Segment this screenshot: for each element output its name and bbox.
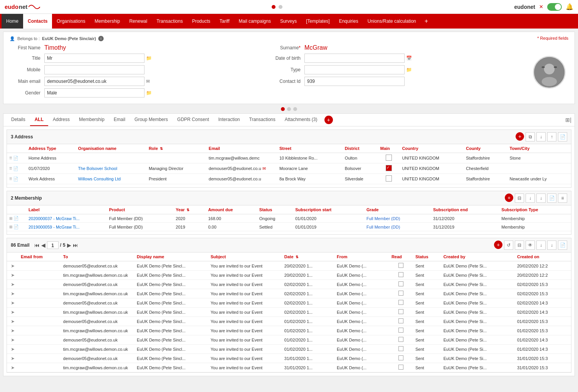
tab-details[interactable]: Details [7,114,30,126]
email-table-row[interactable]: ➤ tim.mcgraw@willows.demon.co.uk EuUK De… [7,289,571,298]
doc-icon[interactable]: 📄 [13,156,18,161]
layout-icon[interactable]: ⊞| [565,117,571,123]
tab-interaction[interactable]: Interaction [214,114,245,126]
email-col-created-on[interactable]: Created on [515,252,571,261]
page-prev-button[interactable]: ◀ [41,242,45,248]
email-col-read[interactable]: Read [389,252,413,261]
first-name-value[interactable]: Timothy [44,44,114,51]
mem-col-label[interactable]: Label [26,205,107,214]
read-checkbox[interactable] [398,355,403,360]
addr-col-type[interactable]: Address Type [26,144,76,153]
email-col-date[interactable]: Date ⇅ [282,252,334,261]
addr-col-org[interactable]: Organisation name [76,144,146,153]
email-read[interactable] [389,261,413,271]
email-col-display[interactable]: Display name [134,252,208,261]
dot-active[interactable] [272,5,276,9]
email-read[interactable] [389,317,413,326]
email-table-row[interactable]: ➤ demouser05@eudonet.co.uk EuUK Demo (Pe… [7,298,571,308]
email-read[interactable] [389,363,413,372]
doc-icon[interactable]: 📄 [13,216,19,221]
tab-membership[interactable]: Membership [74,114,109,126]
nav-renewal[interactable]: Renewal [124,14,152,29]
tab-all[interactable]: ALL [30,114,48,126]
mem-col-sub-start[interactable]: Subscription start [293,205,364,214]
nav-membership[interactable]: Membership [90,14,124,29]
email-col-from[interactable]: Email from [18,252,61,261]
main-check[interactable] [386,165,392,171]
read-checkbox[interactable] [398,291,403,296]
addr-col-email[interactable]: Email [207,144,277,153]
read-checkbox[interactable] [398,365,403,370]
email-import-button[interactable]: ↓ [547,241,556,250]
email-table-row[interactable]: ➤ demouser05@eudonet.co.uk EuUK Demo (Pe… [7,317,571,326]
read-checkbox[interactable] [398,300,403,305]
title-input[interactable]: Mr [44,54,144,63]
calendar-icon[interactable]: 📅 [406,56,412,61]
mem-col-sub-end[interactable]: Subscription end [431,205,499,214]
page-last-button[interactable]: ⏭ [73,242,78,248]
doc-icon[interactable]: 📄 [13,177,18,182]
mem-col-grade[interactable]: Grade [364,205,431,214]
read-checkbox[interactable] [398,346,403,351]
email-cell[interactable]: demouser05@eudonet.co.u ✉ [207,163,277,174]
mobile-input[interactable] [44,65,144,74]
nav-add-button[interactable]: + [421,18,432,25]
addr-col-district[interactable]: District [343,144,378,153]
nav-surveys[interactable]: Surveys [276,14,301,29]
membership-toggle-button[interactable]: ⊟ [515,193,524,203]
type-dropdown-icon[interactable]: 📁 [406,67,412,72]
email-read[interactable] [389,326,413,335]
bell-icon[interactable]: 🔔 [566,3,573,10]
mem-col-sub-type[interactable]: Subscription Type [499,205,571,214]
addr-col-street[interactable]: Street [277,144,343,153]
email-table-row[interactable]: ➤ demouser05@eudonet.co.uk EuUK Demo (Pe… [7,354,571,363]
mem-label[interactable]: 2019000059 - McGraw Ti... [26,223,107,231]
read-checkbox[interactable] [398,328,403,333]
address-export-button[interactable]: ↓ [536,132,546,141]
nav-unions[interactable]: Unions/Rate calculation [363,14,421,29]
org-name[interactable]: The Bolsover School [76,163,146,174]
email-read[interactable] [389,271,413,280]
add-email-button[interactable]: + [494,241,502,249]
email-cell[interactable]: tim.mcgraw@willows.demc [207,153,277,163]
email-send-icon[interactable]: ✉ [146,79,150,84]
email-table-row[interactable]: ➤ tim.mcgraw@willows.demon.co.uk EuUK De… [7,363,571,372]
membership-doc-button[interactable]: 📄 [547,193,556,203]
page-next-button[interactable]: ▶ [67,242,71,248]
address-copy-button[interactable]: ⧉ [526,132,535,141]
addr-col-county[interactable]: County [464,144,507,153]
gender-dropdown-icon[interactable]: 📁 [146,90,152,96]
nav-transactions[interactable]: Transactions [152,14,187,29]
main-checkbox[interactable] [378,153,400,163]
addr-col-role[interactable]: Role ⇅ [146,144,207,153]
address-import-button[interactable]: ↑ [547,132,556,141]
mem-col-year[interactable]: Year ⇅ [173,205,206,214]
read-checkbox[interactable] [398,263,403,268]
read-checkbox[interactable] [398,337,403,342]
nav-mail-campaigns[interactable]: Mail campaigns [234,14,276,29]
nav-products[interactable]: Products [187,14,215,29]
tab-transactions[interactable]: Transactions [245,114,280,126]
email-table-row[interactable]: ➤ demouser05@eudonet.co.uk EuUK Demo (Pe… [7,280,571,289]
doc-icon[interactable]: 📄 [13,224,19,229]
nav-organisations[interactable]: Organisations [52,14,90,29]
email-doc-button[interactable]: 📄 [558,241,567,250]
addr-col-main[interactable]: Main [378,144,400,153]
email-read[interactable] [389,345,413,354]
org-name[interactable]: Willows Consulting Ltd [76,174,146,184]
email-read[interactable] [389,335,413,345]
mem-col-status[interactable]: Status [257,205,293,214]
membership-table-row[interactable]: ⊞ 📄 2020000037 - McGraw Ti... Full Membe… [7,214,571,223]
title-dropdown-icon[interactable]: 📁 [146,56,152,61]
info-icon[interactable]: i [98,36,104,41]
address-type[interactable]: 01/07/2020 [26,163,76,174]
contact-avatar[interactable] [533,56,566,89]
email-read[interactable] [389,354,413,363]
membership-export2-button[interactable]: ↓ [536,193,546,203]
address-table-row[interactable]: ⠿ 📄 Home Address tim.mcgraw@willows.demc… [7,153,571,163]
dot-page-2[interactable] [287,107,291,111]
email-col-to[interactable]: To [61,252,134,261]
email-table-row[interactable]: ➤ tim.mcgraw@willows.demon.co.uk EuUK De… [7,308,571,317]
email-read[interactable] [389,289,413,298]
toggle-switch[interactable] [547,3,562,11]
